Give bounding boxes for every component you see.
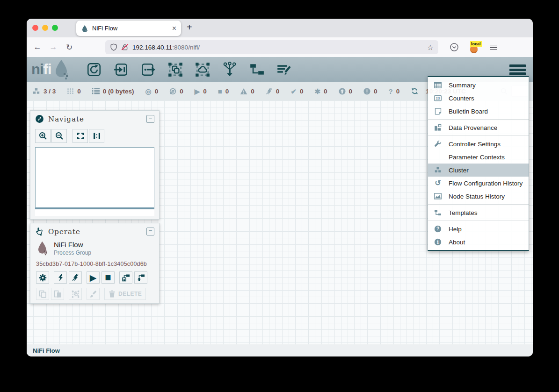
cluster-icon — [434, 167, 442, 173]
menu-item-controller-settings[interactable]: Controller Settings — [428, 137, 529, 150]
disable-button[interactable] — [69, 271, 82, 284]
nifi-logo-fi: fi — [44, 61, 51, 78]
processor-component-icon[interactable] — [85, 61, 103, 78]
new-tab-button[interactable]: + — [187, 22, 192, 33]
selected-component: NiFi Flow Process Group — [36, 240, 153, 257]
menu-item-flow-configuration-history[interactable]: ↺ Flow Configuration History — [428, 177, 529, 190]
menu-item-about[interactable]: i About — [428, 235, 529, 249]
copy-button[interactable] — [36, 288, 49, 300]
menu-item-help[interactable]: ? Help — [428, 222, 529, 235]
back-button[interactable]: ← — [29, 43, 45, 52]
operate-collapse-button[interactable]: − — [146, 228, 154, 235]
output-port-component-icon[interactable] — [139, 61, 157, 78]
status-locally-modified: ✱ 0 — [314, 88, 327, 95]
input-port-component-icon[interactable] — [112, 61, 130, 78]
process-group-id: 35cbd3b7-017b-1000-8bff-1c3405c00d6b — [36, 261, 153, 267]
funnel-component-icon[interactable] — [221, 61, 239, 78]
stop-button[interactable]: ■ — [102, 271, 115, 284]
create-template-button[interactable] — [119, 271, 132, 284]
process-group-component-icon[interactable] — [167, 61, 184, 78]
status-queued: 0 (0 bytes) — [92, 88, 134, 95]
menu-item-parameter-contexts[interactable]: Parameter Contexts — [428, 150, 529, 164]
cluster-icon — [32, 88, 40, 95]
nifi-logo: nifi — [31, 59, 71, 80]
configure-button[interactable] — [36, 271, 49, 284]
process-group-droplet-icon — [36, 240, 49, 257]
sync-failure-icon: ? — [389, 88, 393, 95]
navigate-title: Navigate — [48, 115, 84, 123]
menu-item-node-status-history[interactable]: Node Status History — [428, 190, 529, 203]
stale-icon — [339, 88, 346, 95]
global-menu-button[interactable] — [509, 64, 526, 75]
close-window-button[interactable] — [32, 25, 38, 31]
browser-menu-icon[interactable] — [490, 45, 497, 50]
menu-item-summary[interactable]: Summary — [428, 78, 529, 92]
toolbar-right-buttons: local — [450, 43, 497, 52]
running-icon: ▶ — [195, 88, 200, 95]
operate-buttons-row-2: DELETE — [36, 288, 153, 300]
menu-item-templates[interactable]: Templates — [428, 206, 529, 219]
start-button[interactable]: ▶ — [87, 271, 100, 284]
provenance-icon — [434, 124, 442, 131]
status-connected-nodes: 3 / 3 — [32, 88, 56, 95]
history-icon: ↺ — [434, 179, 442, 187]
paste-button[interactable] — [51, 288, 64, 300]
zoom-in-button[interactable] — [35, 129, 51, 143]
remote-process-group-component-icon[interactable] — [194, 61, 211, 78]
locally-modified-and-stale-icon — [363, 88, 370, 95]
url-path: :8080/nifi/ — [172, 44, 200, 51]
pocket-icon[interactable] — [450, 43, 459, 52]
counters-icon: 23 — [434, 95, 442, 101]
chart-icon — [434, 193, 442, 200]
navigate-panel: Navigate − — [30, 110, 160, 220]
label-component-icon[interactable] — [275, 61, 293, 78]
status-transmitting: ◎ 0 — [145, 88, 159, 95]
bulletin-board-icon — [434, 108, 442, 115]
menu-item-data-provenance[interactable]: Data Provenance — [428, 121, 529, 134]
breadcrumb-root[interactable]: NiFi Flow — [33, 347, 60, 354]
titlebar: NiFi Flow × + — [27, 19, 533, 37]
wrench-icon — [434, 140, 442, 148]
zoom-out-button[interactable] — [51, 129, 67, 143]
extension-icon[interactable]: local — [470, 43, 479, 51]
browser-toolbar: ← → ↻ 192.168.40.11:8080/nifi/ ☆ local — [27, 37, 533, 57]
menu-item-counters[interactable]: 23 Counters — [428, 92, 529, 105]
disabled-icon — [266, 88, 273, 95]
menu-item-bulletin-board[interactable]: Bulletin Board — [428, 105, 529, 118]
group-button[interactable] — [69, 288, 82, 300]
bookmark-star-icon[interactable]: ☆ — [427, 43, 434, 52]
url-bar[interactable]: 192.168.40.11:8080/nifi/ ☆ — [105, 40, 438, 54]
url-text[interactable]: 192.168.40.11:8080/nifi/ — [132, 44, 200, 51]
color-button[interactable] — [87, 288, 100, 300]
zoom-actual-size-button[interactable] — [89, 129, 104, 143]
browser-tab[interactable]: NiFi Flow × — [76, 21, 181, 36]
shield-permissions-icon[interactable] — [110, 43, 117, 51]
menu-separator — [428, 221, 529, 221]
navigate-collapse-button[interactable]: − — [146, 115, 154, 123]
traffic-lights — [32, 25, 58, 31]
status-locally-modified-and-stale: 0 — [363, 88, 378, 95]
enable-button[interactable] — [54, 271, 67, 284]
zoom-fit-button[interactable] — [73, 129, 88, 143]
birdseye-map[interactable] — [35, 147, 154, 209]
tab-close-icon[interactable]: × — [172, 25, 176, 32]
forward-button[interactable]: → — [45, 43, 61, 52]
template-component-icon[interactable] — [248, 61, 266, 78]
status-stale: 0 — [339, 88, 353, 95]
tab-title: NiFi Flow — [92, 25, 172, 32]
reload-button[interactable]: ↻ — [61, 43, 77, 52]
menu-separator — [428, 119, 529, 120]
url-host: 192.168.40.11 — [132, 44, 172, 51]
birdseye-footer — [35, 210, 154, 216]
minimize-window-button[interactable] — [42, 25, 48, 31]
transmitting-icon: ◎ — [145, 88, 152, 95]
menu-item-cluster[interactable]: Cluster — [428, 164, 529, 177]
status-not-transmitting: 0 — [169, 88, 183, 95]
zoom-window-button[interactable] — [52, 25, 58, 31]
operate-title: Operate — [48, 228, 80, 236]
status-up-to-date: ✔ 0 — [290, 88, 303, 95]
delete-button[interactable]: DELETE — [104, 288, 146, 300]
insecure-lock-icon[interactable] — [121, 43, 129, 51]
upload-template-button[interactable] — [134, 271, 147, 284]
refresh-icon[interactable] — [411, 87, 419, 95]
